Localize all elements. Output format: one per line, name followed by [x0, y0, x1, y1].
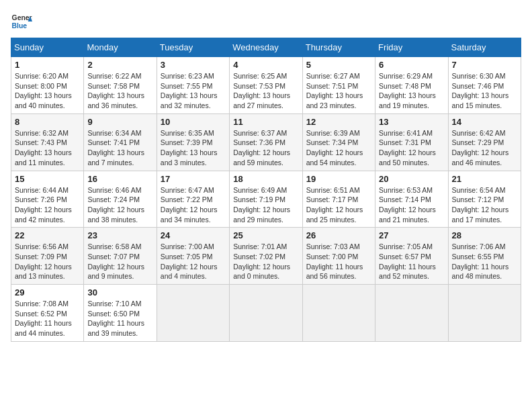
day-number: 20 [379, 174, 444, 184]
day-number: 26 [306, 230, 371, 240]
calendar-header: SundayMondayTuesdayWednesdayThursdayFrid… [11, 38, 521, 57]
weekday-header: Friday [375, 38, 448, 57]
day-number: 25 [233, 230, 298, 240]
day-number: 10 [161, 117, 226, 127]
weekday-header: Sunday [11, 38, 84, 57]
weekday-header: Monday [84, 38, 157, 57]
day-number: 11 [233, 117, 298, 127]
day-number: 22 [15, 230, 80, 240]
calendar-table: SundayMondayTuesdayWednesdayThursdayFrid… [11, 38, 521, 342]
calendar-cell [375, 285, 448, 342]
day-number: 1 [15, 60, 80, 70]
day-info: Sunrise: 6:53 AMSunset: 7:14 PMDaylight:… [379, 185, 444, 225]
day-info: Sunrise: 7:03 AMSunset: 7:00 PMDaylight:… [306, 242, 371, 281]
day-number: 15 [15, 174, 80, 184]
day-info: Sunrise: 7:10 AMSunset: 6:50 PMDaylight:… [87, 299, 152, 338]
day-number: 19 [306, 174, 371, 184]
day-info: Sunrise: 6:46 AMSunset: 7:24 PMDaylight:… [87, 185, 152, 225]
calendar-cell [157, 285, 229, 342]
day-number: 24 [161, 230, 226, 240]
calendar-cell [448, 285, 521, 342]
day-info: Sunrise: 7:08 AMSunset: 6:52 PMDaylight:… [15, 299, 80, 338]
calendar-cell [230, 285, 302, 342]
day-number: 23 [87, 230, 152, 240]
calendar-cell: 9Sunrise: 6:34 AMSunset: 7:41 PMDaylight… [84, 113, 157, 171]
day-number: 6 [379, 60, 444, 70]
day-number: 18 [233, 174, 298, 184]
calendar-cell: 1Sunrise: 6:20 AMSunset: 8:00 PMDaylight… [11, 57, 84, 114]
day-number: 12 [306, 117, 371, 127]
day-info: Sunrise: 6:47 AMSunset: 7:22 PMDaylight:… [161, 185, 226, 225]
calendar-cell: 29Sunrise: 7:08 AMSunset: 6:52 PMDayligh… [11, 285, 84, 342]
day-info: Sunrise: 6:39 AMSunset: 7:34 PMDaylight:… [306, 128, 371, 168]
day-number: 17 [161, 174, 226, 184]
calendar-cell: 27Sunrise: 7:05 AMSunset: 6:57 PMDayligh… [375, 228, 448, 285]
day-info: Sunrise: 6:34 AMSunset: 7:41 PMDaylight:… [87, 128, 152, 168]
logo-icon: General Blue [11, 11, 32, 32]
day-info: Sunrise: 6:29 AMSunset: 7:48 PMDaylight:… [379, 71, 444, 111]
day-number: 27 [379, 230, 444, 240]
calendar-cell: 10Sunrise: 6:35 AMSunset: 7:39 PMDayligh… [157, 113, 229, 171]
day-info: Sunrise: 7:00 AMSunset: 7:05 PMDaylight:… [161, 242, 226, 281]
calendar-cell: 20Sunrise: 6:53 AMSunset: 7:14 PMDayligh… [375, 171, 448, 228]
day-info: Sunrise: 6:42 AMSunset: 7:29 PMDaylight:… [452, 128, 517, 168]
day-number: 7 [452, 60, 517, 70]
calendar-cell: 22Sunrise: 6:56 AMSunset: 7:09 PMDayligh… [11, 228, 84, 285]
day-info: Sunrise: 6:27 AMSunset: 7:51 PMDaylight:… [306, 71, 371, 111]
calendar-cell: 4Sunrise: 6:25 AMSunset: 7:53 PMDaylight… [230, 57, 302, 114]
calendar-cell: 16Sunrise: 6:46 AMSunset: 7:24 PMDayligh… [84, 171, 157, 228]
day-info: Sunrise: 7:01 AMSunset: 7:02 PMDaylight:… [233, 242, 298, 281]
day-info: Sunrise: 6:37 AMSunset: 7:36 PMDaylight:… [233, 128, 298, 168]
calendar-cell: 30Sunrise: 7:10 AMSunset: 6:50 PMDayligh… [84, 285, 157, 342]
calendar-cell: 26Sunrise: 7:03 AMSunset: 7:00 PMDayligh… [302, 228, 375, 285]
day-number: 14 [452, 117, 517, 127]
calendar-cell [302, 285, 375, 342]
calendar-cell: 2Sunrise: 6:22 AMSunset: 7:58 PMDaylight… [84, 57, 157, 114]
calendar-cell: 15Sunrise: 6:44 AMSunset: 7:26 PMDayligh… [11, 171, 84, 228]
calendar-body: 1Sunrise: 6:20 AMSunset: 8:00 PMDaylight… [11, 57, 521, 342]
calendar-cell: 3Sunrise: 6:23 AMSunset: 7:55 PMDaylight… [157, 57, 229, 114]
calendar-cell: 21Sunrise: 6:54 AMSunset: 7:12 PMDayligh… [448, 171, 521, 228]
calendar-cell: 12Sunrise: 6:39 AMSunset: 7:34 PMDayligh… [302, 113, 375, 171]
calendar-cell: 13Sunrise: 6:41 AMSunset: 7:31 PMDayligh… [375, 113, 448, 171]
svg-text:Blue: Blue [12, 22, 28, 30]
day-info: Sunrise: 6:32 AMSunset: 7:43 PMDaylight:… [15, 128, 80, 168]
calendar-cell: 5Sunrise: 6:27 AMSunset: 7:51 PMDaylight… [302, 57, 375, 114]
day-info: Sunrise: 6:41 AMSunset: 7:31 PMDaylight:… [379, 128, 444, 168]
weekday-header: Saturday [448, 38, 521, 57]
day-number: 9 [87, 117, 152, 127]
day-info: Sunrise: 6:44 AMSunset: 7:26 PMDaylight:… [15, 185, 80, 225]
day-info: Sunrise: 6:30 AMSunset: 7:46 PMDaylight:… [452, 71, 517, 111]
calendar-cell: 14Sunrise: 6:42 AMSunset: 7:29 PMDayligh… [448, 113, 521, 171]
day-info: Sunrise: 6:23 AMSunset: 7:55 PMDaylight:… [161, 71, 226, 111]
logo: General Blue [11, 11, 32, 32]
day-number: 21 [452, 174, 517, 184]
day-number: 4 [233, 60, 298, 70]
weekday-header: Thursday [302, 38, 375, 57]
day-number: 30 [87, 287, 152, 298]
calendar-cell: 11Sunrise: 6:37 AMSunset: 7:36 PMDayligh… [230, 113, 302, 171]
calendar-cell: 7Sunrise: 6:30 AMSunset: 7:46 PMDaylight… [448, 57, 521, 114]
page-header: General Blue [11, 11, 521, 32]
day-number: 5 [306, 60, 371, 70]
weekday-header: Tuesday [157, 38, 229, 57]
calendar-cell: 28Sunrise: 7:06 AMSunset: 6:55 PMDayligh… [448, 228, 521, 285]
day-number: 16 [87, 174, 152, 184]
weekday-header: Wednesday [230, 38, 302, 57]
day-info: Sunrise: 6:58 AMSunset: 7:07 PMDaylight:… [87, 242, 152, 281]
calendar-cell: 25Sunrise: 7:01 AMSunset: 7:02 PMDayligh… [230, 228, 302, 285]
day-info: Sunrise: 6:51 AMSunset: 7:17 PMDaylight:… [306, 185, 371, 225]
day-number: 3 [161, 60, 226, 70]
calendar-cell: 24Sunrise: 7:00 AMSunset: 7:05 PMDayligh… [157, 228, 229, 285]
day-info: Sunrise: 7:06 AMSunset: 6:55 PMDaylight:… [452, 242, 517, 281]
calendar-cell: 18Sunrise: 6:49 AMSunset: 7:19 PMDayligh… [230, 171, 302, 228]
day-info: Sunrise: 6:35 AMSunset: 7:39 PMDaylight:… [161, 128, 226, 168]
day-info: Sunrise: 6:22 AMSunset: 7:58 PMDaylight:… [87, 71, 152, 111]
day-info: Sunrise: 7:05 AMSunset: 6:57 PMDaylight:… [379, 242, 444, 281]
day-info: Sunrise: 6:20 AMSunset: 8:00 PMDaylight:… [15, 71, 80, 111]
calendar-cell: 8Sunrise: 6:32 AMSunset: 7:43 PMDaylight… [11, 113, 84, 171]
day-number: 2 [87, 60, 152, 70]
day-number: 8 [15, 117, 80, 127]
day-info: Sunrise: 6:56 AMSunset: 7:09 PMDaylight:… [15, 242, 80, 281]
day-info: Sunrise: 6:49 AMSunset: 7:19 PMDaylight:… [233, 185, 298, 225]
